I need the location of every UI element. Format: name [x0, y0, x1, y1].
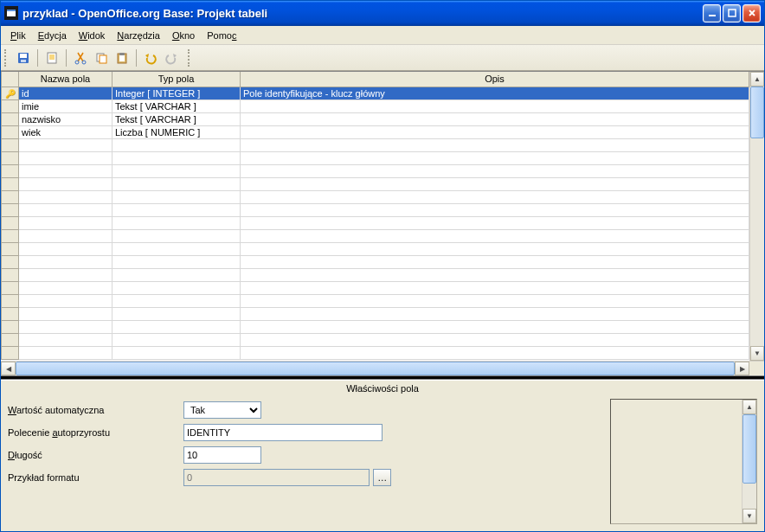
toolbar-grip[interactable]	[4, 49, 9, 67]
cell-field-desc[interactable]	[241, 229, 749, 242]
paste-button[interactable]	[112, 48, 132, 67]
cell-field-type[interactable]	[112, 320, 241, 333]
cell-field-type[interactable]	[112, 333, 241, 346]
table-row[interactable]	[2, 151, 749, 164]
cell-field-desc[interactable]	[241, 320, 749, 333]
table-row[interactable]	[2, 346, 749, 359]
table-row[interactable]	[2, 320, 749, 333]
cell-field-name[interactable]: imie	[19, 99, 112, 112]
table-row[interactable]	[2, 138, 749, 151]
scroll-right-button[interactable]: ▶	[735, 362, 749, 375]
cell-field-desc[interactable]	[241, 138, 749, 151]
table-row[interactable]	[2, 268, 749, 281]
cell-field-type[interactable]	[112, 346, 241, 359]
scroll-left-button[interactable]: ◀	[1, 362, 16, 375]
cell-field-desc[interactable]	[241, 99, 749, 112]
cell-field-desc[interactable]	[241, 333, 749, 346]
cell-field-type[interactable]	[112, 164, 241, 177]
help-scroll-up[interactable]: ▲	[742, 400, 756, 414]
cell-field-type[interactable]: Tekst [ VARCHAR ]	[112, 99, 241, 112]
cell-field-name[interactable]: id	[19, 87, 112, 99]
format-input[interactable]	[183, 469, 370, 486]
cell-field-desc[interactable]	[241, 268, 749, 281]
copy-button[interactable]	[92, 48, 111, 67]
menu-file[interactable]: Plik	[4, 28, 32, 43]
undo-button[interactable]	[141, 48, 160, 67]
cell-field-type[interactable]	[112, 151, 241, 164]
cell-field-name[interactable]	[19, 281, 112, 294]
row-header[interactable]	[2, 229, 19, 242]
row-header[interactable]	[2, 203, 19, 216]
cell-field-name[interactable]	[19, 294, 112, 307]
cell-field-desc[interactable]: Pole identyfikujące - klucz główny	[241, 87, 749, 99]
grid-vertical-scrollbar[interactable]: ▲ ▼	[749, 72, 764, 361]
edit-button[interactable]	[42, 48, 61, 67]
cell-field-name[interactable]	[19, 216, 112, 229]
row-header[interactable]	[2, 177, 19, 190]
table-row[interactable]	[2, 307, 749, 320]
menu-window[interactable]: Okno	[166, 28, 201, 43]
menu-tools[interactable]: Narzędzia	[111, 28, 166, 43]
cell-field-desc[interactable]	[241, 125, 749, 138]
cell-field-name[interactable]	[19, 346, 112, 359]
cell-field-type[interactable]: Integer [ INTEGER ]	[112, 87, 241, 99]
help-scroll-thumb[interactable]	[742, 414, 756, 484]
cell-field-type[interactable]	[112, 190, 241, 203]
redo-button[interactable]	[162, 48, 181, 67]
cell-field-type[interactable]	[112, 281, 241, 294]
table-row[interactable]	[2, 333, 749, 346]
cell-field-name[interactable]	[19, 307, 112, 320]
close-button[interactable]	[742, 4, 761, 22]
help-vertical-scrollbar[interactable]: ▲ ▼	[742, 400, 756, 523]
cell-field-name[interactable]: wiek	[19, 125, 112, 138]
cell-field-name[interactable]	[19, 164, 112, 177]
table-row[interactable]	[2, 216, 749, 229]
cell-field-name[interactable]	[19, 203, 112, 216]
menu-view[interactable]: Widok	[73, 28, 112, 43]
cell-field-desc[interactable]	[241, 281, 749, 294]
scroll-thumb[interactable]	[750, 87, 764, 138]
field-grid[interactable]: Nazwa pola Typ pola Opis 🔑idInteger [ IN…	[1, 72, 749, 361]
cell-field-type[interactable]: Tekst [ VARCHAR ]	[112, 112, 241, 125]
table-row[interactable]	[2, 255, 749, 268]
cell-field-desc[interactable]	[241, 216, 749, 229]
row-header[interactable]	[2, 346, 19, 359]
grid-horizontal-scrollbar[interactable]: ◀ ▶	[1, 361, 764, 375]
table-row[interactable]	[2, 281, 749, 294]
cell-field-desc[interactable]	[241, 190, 749, 203]
cell-field-desc[interactable]	[241, 242, 749, 255]
cell-field-type[interactable]	[112, 242, 241, 255]
save-button[interactable]	[14, 48, 33, 67]
cell-field-name[interactable]	[19, 255, 112, 268]
titlebar[interactable]: przyklad - OpenOffice.org Base: Projekt …	[1, 1, 764, 26]
cell-field-desc[interactable]	[241, 203, 749, 216]
table-row[interactable]: nazwiskoTekst [ VARCHAR ]	[2, 112, 749, 125]
minimize-button[interactable]	[703, 4, 721, 22]
cell-field-type[interactable]	[112, 138, 241, 151]
cell-field-desc[interactable]	[241, 307, 749, 320]
cell-field-type[interactable]	[112, 307, 241, 320]
row-header[interactable]	[2, 268, 19, 281]
cell-field-type[interactable]	[112, 203, 241, 216]
autoinc-input[interactable]	[183, 424, 382, 441]
row-header[interactable]	[2, 216, 19, 229]
row-header[interactable]	[2, 307, 19, 320]
cell-field-name[interactable]	[19, 242, 112, 255]
cell-field-desc[interactable]	[241, 346, 749, 359]
col-header-name[interactable]: Nazwa pola	[19, 72, 112, 87]
table-row[interactable]: 🔑idInteger [ INTEGER ]Pole identyfikując…	[2, 87, 749, 99]
row-header[interactable]: 🔑	[2, 87, 19, 99]
row-header[interactable]	[2, 320, 19, 333]
row-header[interactable]	[2, 294, 19, 307]
table-row[interactable]	[2, 203, 749, 216]
cell-field-desc[interactable]	[241, 151, 749, 164]
row-header[interactable]	[2, 138, 19, 151]
scroll-up-button[interactable]: ▲	[750, 72, 764, 87]
row-header[interactable]	[2, 151, 19, 164]
row-header[interactable]	[2, 242, 19, 255]
cell-field-name[interactable]	[19, 190, 112, 203]
length-input[interactable]	[183, 446, 261, 464]
cell-field-name[interactable]	[19, 268, 112, 281]
cell-field-type[interactable]	[112, 268, 241, 281]
table-row[interactable]	[2, 164, 749, 177]
